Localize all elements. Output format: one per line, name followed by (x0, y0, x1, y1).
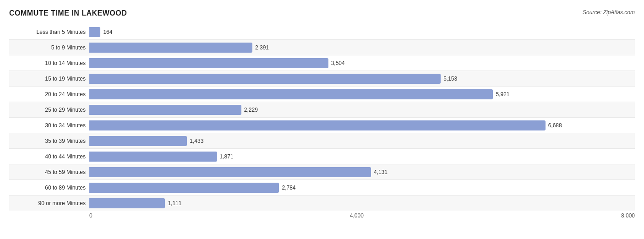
bar-fill (89, 89, 493, 99)
bar-track: 6,688 (89, 120, 635, 130)
bar-value: 1,871 (220, 153, 234, 160)
bar-row: 35 to 39 Minutes 1,433 (9, 133, 635, 148)
bar-label: 25 to 29 Minutes (9, 107, 89, 113)
bar-track: 1,433 (89, 136, 635, 146)
x-axis-labels: 04,0008,000 (89, 212, 635, 219)
bar-track: 2,391 (89, 43, 635, 53)
bar-label: 60 to 89 Minutes (9, 185, 89, 191)
bars-area: Less than 5 Minutes 164 5 to 9 Minutes 2… (9, 24, 635, 211)
chart-header: COMMUTE TIME IN LAKEWOOD Source: ZipAtla… (9, 9, 635, 17)
bar-value: 164 (103, 29, 112, 35)
bar-value: 2,391 (255, 44, 269, 51)
bar-row: 30 to 34 Minutes 6,688 (9, 117, 635, 133)
bar-fill (89, 183, 279, 193)
bar-fill (89, 198, 165, 208)
bar-row: 90 or more Minutes 1,111 (9, 195, 635, 211)
bar-label: 90 or more Minutes (9, 200, 89, 206)
bar-track: 2,229 (89, 105, 635, 115)
bar-label: 10 to 14 Minutes (9, 60, 89, 66)
bar-row: 5 to 9 Minutes 2,391 (9, 39, 635, 55)
bar-track: 2,784 (89, 183, 635, 193)
bar-fill (89, 27, 100, 37)
x-axis-label: 0 (89, 212, 93, 219)
bar-label: Less than 5 Minutes (9, 29, 89, 35)
bar-fill (89, 74, 441, 84)
bar-fill (89, 43, 252, 53)
x-axis: 04,0008,000 (89, 212, 635, 219)
bar-row: 10 to 14 Minutes 3,504 (9, 55, 635, 71)
bar-track: 5,153 (89, 74, 635, 84)
bar-value: 4,131 (374, 169, 387, 175)
bar-track: 1,111 (89, 198, 635, 208)
bar-label: 15 to 19 Minutes (9, 76, 89, 82)
bar-label: 20 to 24 Minutes (9, 91, 89, 98)
bar-track: 4,131 (89, 167, 635, 177)
bar-fill (89, 105, 241, 115)
bar-row: Less than 5 Minutes 164 (9, 24, 635, 39)
bar-row: 40 to 44 Minutes 1,871 (9, 148, 635, 164)
x-axis-label: 8,000 (621, 212, 635, 219)
bar-value: 3,504 (331, 60, 345, 66)
bar-value: 5,921 (496, 91, 509, 98)
bar-value: 6,688 (548, 122, 562, 129)
bar-row: 15 to 19 Minutes 5,153 (9, 71, 635, 86)
bar-fill (89, 136, 187, 146)
bar-label: 35 to 39 Minutes (9, 138, 89, 144)
bar-row: 25 to 29 Minutes 2,229 (9, 102, 635, 117)
bar-track: 1,871 (89, 152, 635, 162)
bar-value: 2,784 (282, 185, 295, 191)
bar-track: 5,921 (89, 89, 635, 99)
bar-label: 5 to 9 Minutes (9, 44, 89, 51)
bar-fill (89, 167, 371, 177)
bar-row: 20 to 24 Minutes 5,921 (9, 86, 635, 102)
bar-value: 1,433 (190, 138, 203, 144)
chart-source: Source: ZipAtlas.com (583, 9, 635, 16)
chart-container: COMMUTE TIME IN LAKEWOOD Source: ZipAtla… (0, 0, 644, 239)
chart-title: COMMUTE TIME IN LAKEWOOD (9, 9, 127, 17)
bar-label: 30 to 34 Minutes (9, 122, 89, 129)
bar-label: 40 to 44 Minutes (9, 153, 89, 160)
bar-value: 1,111 (168, 200, 181, 206)
bar-fill (89, 152, 217, 162)
bar-fill (89, 120, 546, 130)
bar-value: 5,153 (443, 76, 457, 82)
bar-track: 3,504 (89, 58, 635, 68)
bar-row: 60 to 89 Minutes 2,784 (9, 179, 635, 195)
bar-row: 45 to 59 Minutes 4,131 (9, 164, 635, 179)
bar-label: 45 to 59 Minutes (9, 169, 89, 175)
x-axis-label: 4,000 (350, 212, 364, 219)
bar-track: 164 (89, 27, 635, 37)
bar-fill (89, 58, 328, 68)
bar-value: 2,229 (244, 107, 258, 113)
